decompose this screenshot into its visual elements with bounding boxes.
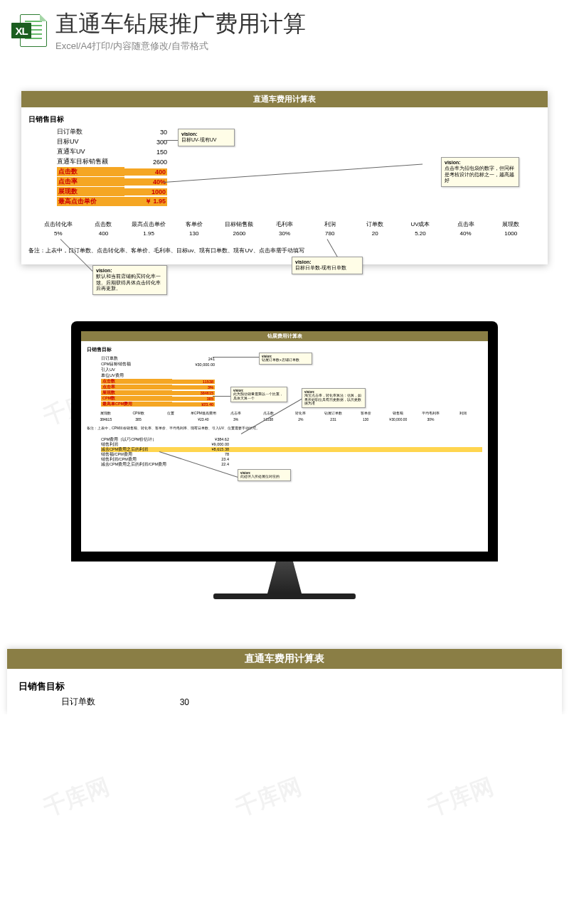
row-ztc-uv: 直通车UV150	[57, 147, 541, 156]
sheet3-body: 日销售目标 日订单数 30	[7, 669, 562, 714]
sheet3-title: 直通车费用计算表	[7, 649, 562, 669]
row-impr: 展现数1000	[57, 187, 541, 196]
callout-s2-3: vision:淘宝点击率，转化率算法：估算，如果所处职位具有历史数据，以历史数据…	[302, 388, 366, 408]
sheet2-note: 备注：上表中，CPM目标销售额、转化率、客单价、平均毛利率、现有日单数、引入UV…	[87, 426, 482, 430]
row-cpc: 最高点击单价￥ 1.95	[57, 197, 541, 206]
sheet2-title: 钻展费用计算表	[81, 331, 488, 341]
excel-x-label: XL	[11, 23, 31, 38]
callout-uv: vision: 目标UV-现有UV	[178, 129, 235, 146]
sheet2-columns: 展现数384615 CPM数385 位置 单CPM最高费用¥23.40 点击率3…	[87, 411, 482, 421]
sheet1-body: 日销售目标 日订单数30 目标UV300 直通车UV150 直通车目标销售额26…	[21, 107, 548, 264]
monitor-stand	[256, 562, 313, 593]
sheet1-section: 日销售目标	[28, 114, 541, 124]
page-header: XL 直通车钻展推广费用计算 Excel/A4打印/内容随意修改/自带格式	[0, 0, 569, 55]
sheet3-section: 日销售目标	[18, 680, 551, 693]
title-block: 直通车钻展推广费用计算 Excel/A4打印/内容随意修改/自带格式	[55, 9, 306, 53]
callout-s2-1: vision:钻展订单数+店铺订单数	[259, 353, 312, 365]
sub-title: Excel/A4打印/内容随意修改/自带格式	[55, 40, 306, 53]
sheet2-body: 日销售目标 日订单数241 CPM目标销售额¥30,000.00 引入UV 单位…	[81, 341, 488, 471]
callout-orders: vision: 目标日单数-现有日单数	[292, 257, 363, 274]
main-title: 直通车钻展推广费用计算	[55, 9, 306, 40]
callout-s2-2: vision:此为预估销量需乘以一个比重，具体天算一个	[230, 387, 287, 402]
sheet1-note: 备注：上表中，日订单数、点击转化率、客单价、毛利率、目标uv、现有日单数、现有U…	[28, 247, 541, 254]
sheet1-columns: 点击转化率5% 点击数400 最高点击单价1.95 客单价130 目标销售额26…	[28, 220, 541, 237]
row-target-uv: 目标UV300	[57, 137, 541, 146]
preview-card-1: 直通车费用计算表 日销售目标 日订单数30 目标UV300 直通车UV150 直…	[21, 91, 548, 264]
row-orders: 日订单数30	[57, 127, 541, 136]
monitor-base	[213, 593, 356, 599]
callout-conv: vision: 默认和当前店铺购买转化率一致。后期获得具体点击转化率后再更新。	[92, 265, 167, 295]
callout-s2-4: vision:此处填入所处展位对应的	[238, 469, 291, 481]
monitor-mockup: 钻展费用计算表 日销售目标 日订单数241 CPM目标销售额¥30,000.00…	[71, 321, 498, 599]
preview-card-3: 直通车费用计算表 日销售目标 日订单数 30	[7, 649, 562, 714]
sheet2-summary: CPM费用（以巧CPM价估计）¥384.62 销售利润¥9,000.00 减去C…	[101, 437, 482, 467]
sheet1-title: 直通车费用计算表	[21, 91, 548, 107]
excel-icon: XL	[11, 13, 47, 48]
callout-ctr: vision: 点击率为招包袋的数字，但同样是考核设计的指标之一，越高越好	[441, 157, 519, 187]
